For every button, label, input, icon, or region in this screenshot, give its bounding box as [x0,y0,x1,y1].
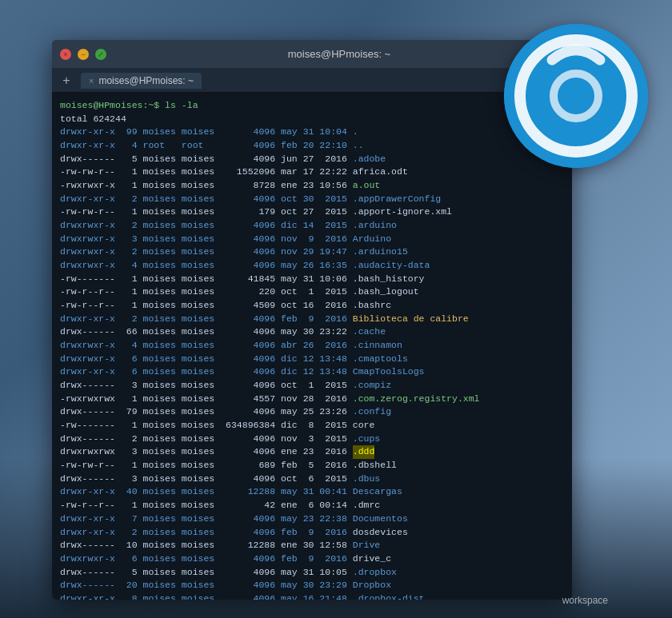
table-row: -rw------- 1 moises moises 634896384 dic… [60,419,564,433]
table-row: drwxr-xr-x 40 moises moises 12288 may 31… [60,485,564,499]
terminal-tab[interactable]: × moises@HPmoises: ~ [81,73,202,89]
table-row: -rw------- 1 moises moises 41845 may 31 … [60,273,564,286]
table-row: drwxrwxr-x 6 moises moises 4096 feb 9 20… [60,552,564,566]
table-row: drwxrwxr-x 2 moises moises 4096 dic 14 2… [60,219,564,233]
table-row: drwxr-xr-x 8 moises moises 4096 may 16 2… [60,592,564,600]
table-row: drwxrwxr-x 2 moises moises 4096 nov 29 1… [60,245,564,259]
title-bar: × – ⤢ moises@HPmoises: ~ [52,40,572,69]
table-row: drwxr-xr-x 7 moises moises 4096 may 23 2… [60,512,564,526]
prompt-text: moises@HPmoises:~$ ls -la [60,99,198,113]
table-row: drwx------ 66 moises moises 4096 may 30 … [60,325,564,339]
tab-close-icon[interactable]: × [89,76,94,86]
table-row: -rw-r--r-- 1 moises moises 4509 oct 16 2… [60,299,564,313]
table-row: drwx------ 5 moises moises 4096 may 31 1… [60,566,564,580]
table-row: drwxr-xr-x 99 moises moises 4096 may 31 … [60,126,564,139]
table-row: drwxrwxr-x 4 moises moises 4096 may 26 1… [60,259,564,273]
table-row: drwx------ 79 moises moises 4096 may 25 … [60,405,564,419]
table-row: drwxrwxr-x 3 moises moises 4096 nov 9 20… [60,233,564,246]
table-row: -rw-rw-r-- 1 moises moises 1552096 mar 1… [60,165,564,179]
table-row: drwx------ 3 moises moises 4096 oct 6 20… [60,472,564,486]
table-row: drwxrwxr-x 6 moises moises 4096 dic 12 1… [60,353,564,366]
terminal-total-line: total 624244 [60,113,564,126]
title-bar-buttons: × – ⤢ [60,49,106,60]
table-row: -rw-r--r-- 1 moises moises 42 ene 6 00:1… [60,499,564,512]
table-row: drwx------ 2 moises moises 4096 nov 3 20… [60,433,564,446]
tab-bar: + × moises@HPmoises: ~ [52,69,572,93]
table-row: -rw-r--r-- 1 moises moises 220 oct 1 201… [60,285,564,299]
watermark-text: workspace [562,595,608,606]
minimize-button[interactable]: – [78,49,89,60]
table-row: drwxr-xr-x 2 moises moises 4096 oct 30 2… [60,193,564,206]
table-row: drwxrwxrwx 3 moises moises 4096 ene 23 2… [60,445,564,459]
table-row: -rw-rw-r-- 1 moises moises 689 feb 5 201… [60,459,564,472]
maximize-button[interactable]: ⤢ [95,49,106,60]
table-row: drwx------ 3 moises moises 4096 oct 1 20… [60,379,564,393]
total-text: total 624244 [60,113,126,126]
table-row: drwx------ 5 moises moises 4096 jun 27 2… [60,153,564,166]
table-row: drwx------ 10 moises moises 12288 ene 30… [60,539,564,552]
table-row: drwx------ 20 moises moises 4096 may 30 … [60,579,564,592]
table-row: drwxr-xr-x 2 moises moises 4096 feb 9 20… [60,313,564,326]
terminal-prompt-line: moises@HPmoises:~$ ls -la [60,99,564,113]
close-button[interactable]: × [60,49,71,60]
table-row: drwxrwxr-x 4 moises moises 4096 abr 26 2… [60,339,564,353]
tab-label: moises@HPmoises: ~ [98,75,194,86]
table-row: drwxr-xr-x 2 moises moises 4096 feb 9 20… [60,526,564,540]
table-row: -rw-rw-r-- 1 moises moises 179 oct 27 20… [60,205,564,219]
terminal-window: × – ⤢ moises@HPmoises: ~ + × moises@HPmo… [52,40,572,600]
window-title: moises@HPmoises: ~ [114,48,564,60]
new-tab-button[interactable]: + [58,73,74,89]
terminal-content: moises@HPmoises:~$ ls -la total 624244 d… [52,93,572,600]
eos-logo [504,24,648,168]
table-row: -rwxrwxr-x 1 moises moises 8728 ene 23 1… [60,179,564,193]
table-row: -rwxrwxrwx 1 moises moises 4557 nov 28 2… [60,393,564,406]
table-row: drwxr-xr-x 6 moises moises 4096 dic 12 1… [60,365,564,379]
table-row: drwxr-xr-x 4 root root 4096 feb 20 22:10… [60,139,564,153]
